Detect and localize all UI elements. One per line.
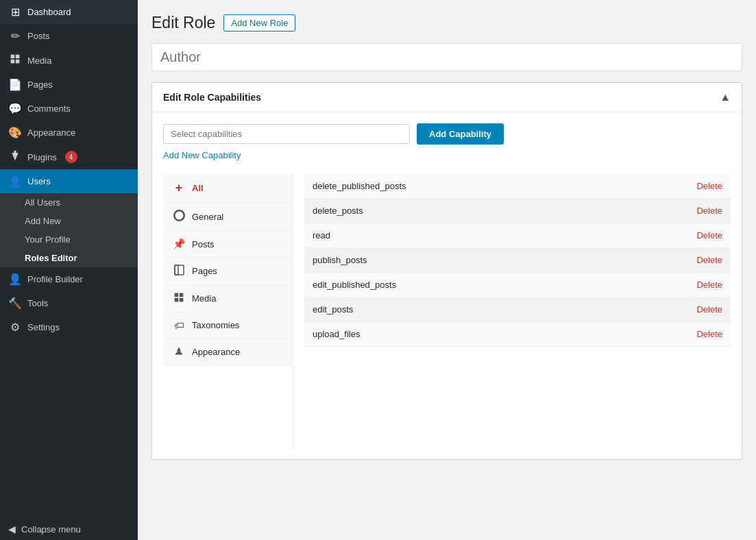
cat-item-posts[interactable]: 📌 Posts — [163, 231, 293, 258]
sidebar-item-appearance[interactable]: 🎨 Appearance — [0, 121, 138, 145]
sidebar-item-plugins[interactable]: Plugins 4 — [0, 145, 138, 169]
profile-builder-icon: 👤 — [8, 273, 22, 286]
collapse-icon: ◀ — [8, 524, 16, 535]
capabilities-layout: + All General 📌 Posts — [163, 174, 731, 448]
sidebar-label-pages: Pages — [27, 79, 53, 90]
sidebar-item-settings[interactable]: ⚙ Settings — [0, 315, 138, 339]
svg-rect-9 — [175, 298, 179, 302]
sidebar-label-appearance: Appearance — [27, 127, 75, 138]
table-row: upload_files Delete — [304, 322, 731, 347]
add-new-role-button[interactable]: Add New Role — [223, 14, 295, 32]
sidebar-label-settings: Settings — [27, 322, 60, 332]
capabilities-body: Add Capability Add New Capability + All — [152, 112, 742, 459]
cat-item-all[interactable]: + All — [163, 174, 293, 203]
capabilities-header: Edit Role Capabilities ▲ — [152, 83, 742, 112]
page-title: Edit Role — [151, 14, 215, 32]
table-row: publish_posts Delete — [304, 248, 731, 273]
sidebar-subitem-add-new[interactable]: Add New — [0, 212, 138, 230]
sidebar-item-users[interactable]: 👤 Users — [0, 169, 138, 193]
svg-rect-3 — [16, 60, 20, 64]
capability-name: delete_posts — [313, 206, 363, 216]
sidebar-label-users: Users — [27, 176, 51, 186]
sidebar-item-dashboard[interactable]: ⊞ Dashboard — [0, 0, 138, 24]
comments-icon: 💬 — [8, 102, 22, 115]
svg-rect-7 — [175, 293, 179, 297]
capability-name: read — [313, 230, 330, 241]
capability-name: upload_files — [313, 329, 360, 339]
taxonomies-icon: 🏷 — [173, 319, 185, 331]
delete-capability-link[interactable]: Delete — [696, 304, 722, 315]
appearance-cat-icon — [173, 345, 185, 358]
cat-item-pages[interactable]: Pages — [163, 258, 293, 285]
delete-capability-link[interactable]: Delete — [696, 280, 722, 290]
pages-cat-icon — [173, 265, 185, 278]
delete-capability-link[interactable]: Delete — [696, 206, 722, 216]
delete-capability-link[interactable]: Delete — [696, 255, 722, 265]
sidebar-subitem-all-users[interactable]: All Users — [0, 193, 138, 212]
tools-icon: 🔨 — [8, 297, 22, 310]
svg-rect-5 — [175, 265, 184, 275]
capability-name: edit_posts — [313, 304, 353, 315]
sidebar-subitem-roles-editor[interactable]: Roles Editor — [0, 249, 138, 267]
add-new-capability-link[interactable]: Add New Capability — [163, 150, 241, 160]
delete-capability-link[interactable]: Delete — [696, 230, 722, 241]
svg-rect-0 — [11, 55, 15, 59]
table-row: edit_published_posts Delete — [304, 273, 731, 297]
sidebar-label-profile-builder: Profile Builder — [27, 274, 83, 284]
collapse-capabilities-icon[interactable]: ▲ — [720, 91, 731, 103]
sidebar-label-media: Media — [27, 56, 51, 66]
plugins-badge: 4 — [65, 151, 77, 163]
sidebar-label-plugins: Plugins — [27, 152, 57, 162]
sidebar-item-media[interactable]: Media — [0, 48, 138, 73]
capability-select-input[interactable] — [163, 124, 410, 144]
media-cat-icon — [173, 292, 185, 305]
sidebar-item-profile-builder[interactable]: 👤 Profile Builder — [0, 267, 138, 291]
cat-item-appearance[interactable]: Appearance — [163, 339, 293, 366]
svg-rect-1 — [16, 55, 20, 59]
category-list: + All General 📌 Posts — [163, 174, 293, 448]
delete-capability-link[interactable]: Delete — [696, 329, 722, 339]
cat-label-appearance: Appearance — [192, 347, 240, 357]
svg-rect-10 — [180, 298, 184, 302]
capability-list: delete_published_posts Delete delete_pos… — [293, 174, 731, 448]
capability-name: publish_posts — [313, 255, 367, 265]
sidebar-label-dashboard: Dashboard — [27, 7, 71, 17]
sidebar-item-pages[interactable]: 📄 Pages — [0, 73, 138, 97]
cat-item-general[interactable]: General — [163, 203, 293, 231]
main-content: Edit Role Add New Role Edit Role Capabil… — [138, 0, 756, 540]
cat-label-general: General — [192, 212, 223, 222]
cat-label-posts: Posts — [192, 239, 215, 249]
media-icon — [8, 53, 22, 67]
cat-label-pages: Pages — [192, 266, 217, 276]
appearance-icon: 🎨 — [8, 126, 22, 139]
sidebar-item-tools[interactable]: 🔨 Tools — [0, 291, 138, 315]
collapse-menu[interactable]: ◀ Collapse menu — [0, 518, 138, 540]
cat-item-taxonomies[interactable]: 🏷 Taxonomies — [163, 312, 293, 339]
table-row: edit_posts Delete — [304, 297, 731, 322]
svg-rect-6 — [175, 265, 178, 275]
role-name-input[interactable] — [151, 43, 742, 71]
cat-item-media[interactable]: Media — [163, 285, 293, 312]
sidebar-item-posts[interactable]: ✏ Posts — [0, 24, 138, 48]
capability-name: delete_published_posts — [313, 181, 406, 191]
sidebar-label-comments: Comments — [27, 103, 71, 114]
delete-capability-link[interactable]: Delete — [696, 181, 722, 191]
cat-label-taxonomies: Taxonomies — [192, 320, 239, 330]
general-wp-icon — [173, 210, 185, 223]
capabilities-card: Edit Role Capabilities ▲ Add Capability … — [151, 82, 742, 460]
sidebar-item-comments[interactable]: 💬 Comments — [0, 97, 138, 121]
capability-name: edit_published_posts — [313, 280, 396, 290]
pages-icon: 📄 — [8, 78, 22, 91]
add-capability-button[interactable]: Add Capability — [417, 123, 504, 145]
table-row: read Delete — [304, 223, 731, 248]
svg-rect-8 — [180, 293, 184, 297]
table-row: delete_published_posts Delete — [304, 174, 731, 199]
posts-cat-icon: 📌 — [173, 238, 185, 250]
sidebar-label-tools: Tools — [27, 298, 48, 308]
users-icon: 👤 — [8, 175, 22, 188]
table-row: delete_posts Delete — [304, 199, 731, 223]
users-submenu: All Users Add New Your Profile Roles Edi… — [0, 193, 138, 267]
sidebar-subitem-your-profile[interactable]: Your Profile — [0, 230, 138, 249]
sidebar: ⊞ Dashboard ✏ Posts Media 📄 Pages 💬 Comm… — [0, 0, 138, 540]
plugins-icon — [8, 150, 22, 164]
